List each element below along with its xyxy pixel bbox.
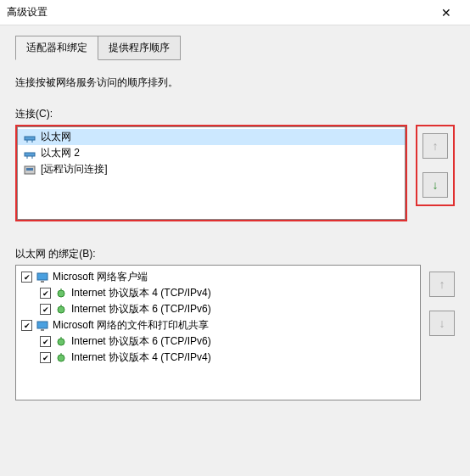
tree-item-label: Microsoft 网络的文件和打印机共享 (53, 318, 209, 333)
network-adapter-icon (23, 147, 36, 160)
tab-label: 适配器和绑定 (26, 42, 87, 53)
tab-provider-order[interactable]: 提供程序顺序 (98, 36, 181, 60)
bindings-label: 以太网 的绑定(B): (15, 247, 455, 261)
tab-adapters-bindings[interactable]: 适配器和绑定 (15, 36, 98, 60)
connections-list[interactable]: 以太网 以太网 2 [远程访问连接] (17, 126, 406, 220)
protocol-icon (54, 335, 68, 349)
tab-label: 提供程序顺序 (109, 42, 170, 53)
connection-item-remote[interactable]: [远程访问连接] (18, 161, 405, 177)
arrow-down-icon: ↓ (439, 316, 445, 330)
monitor-icon (36, 319, 49, 333)
move-down-button[interactable]: ↓ (429, 311, 455, 336)
tree-item-label: Internet 协议版本 6 (TCP/IPv6) (71, 334, 211, 349)
close-icon: ✕ (441, 6, 451, 20)
checkbox[interactable] (40, 288, 51, 299)
connection-item-label: 以太网 2 (41, 146, 80, 160)
move-up-button[interactable]: ↑ (429, 272, 455, 297)
move-down-button[interactable]: ↓ (422, 172, 448, 198)
svg-rect-15 (41, 329, 44, 331)
tree-item-label: Internet 协议版本 6 (TCP/IPv6) (71, 302, 211, 316)
protocol-icon (54, 351, 68, 365)
checkbox[interactable] (40, 336, 51, 347)
svg-rect-9 (41, 281, 44, 283)
svg-point-16 (58, 339, 64, 345)
svg-point-10 (58, 290, 64, 297)
tab-bar: 适配器和绑定 提供程序顺序 (15, 36, 455, 60)
svg-point-12 (58, 306, 64, 313)
tree-child-ipv6-2[interactable]: Internet 协议版本 6 (TCP/IPv6) (18, 333, 418, 350)
connections-arrow-group: ↑ ↓ (416, 125, 455, 206)
arrow-down-icon: ↓ (433, 178, 439, 192)
tree-parent-msclient[interactable]: Microsoft 网络客户端 (18, 269, 418, 285)
description-text: 连接按被网络服务访问的顺序排列。 (15, 76, 455, 90)
arrow-up-icon: ↑ (433, 139, 439, 153)
window-title: 高级设置 (7, 5, 429, 20)
tree-item-label: Microsoft 网络客户端 (53, 270, 148, 284)
checkbox[interactable] (40, 352, 51, 363)
tree-item-label: Internet 协议版本 4 (TCP/IPv4) (71, 286, 211, 300)
connections-label: 连接(C): (15, 107, 455, 121)
svg-rect-3 (25, 153, 35, 156)
bindings-arrow-group: ↑ ↓ (429, 265, 455, 336)
bindings-tree[interactable]: Microsoft 网络客户端 Internet 协议版本 4 (TCP/IPv… (15, 265, 421, 400)
move-up-button[interactable]: ↑ (422, 133, 448, 159)
checkbox[interactable] (21, 272, 32, 283)
connection-item-ethernet[interactable]: 以太网 (18, 129, 405, 145)
protocol-icon (54, 287, 68, 300)
tree-child-ipv4-2[interactable]: Internet 协议版本 4 (TCP/IPv4) (18, 350, 418, 366)
tree-parent-fileprint[interactable]: Microsoft 网络的文件和打印机共享 (18, 317, 418, 333)
bindings-area: Microsoft 网络客户端 Internet 协议版本 4 (TCP/IPv… (15, 265, 455, 400)
checkbox[interactable] (21, 320, 32, 331)
network-adapter-icon (23, 131, 36, 144)
content-area: 适配器和绑定 提供程序顺序 连接按被网络服务访问的顺序排列。 连接(C): 以太… (0, 25, 470, 411)
tree-item-label: Internet 协议版本 4 (TCP/IPv4) (71, 350, 211, 365)
connections-area: 以太网 以太网 2 [远程访问连接] ↑ (15, 125, 455, 221)
connection-item-label: [远程访问连接] (41, 162, 108, 176)
svg-rect-14 (37, 322, 48, 328)
titlebar: 高级设置 ✕ (0, 0, 470, 25)
svg-rect-0 (25, 137, 35, 140)
tree-child-ipv4[interactable]: Internet 协议版本 4 (TCP/IPv4) (18, 285, 418, 301)
connection-item-ethernet2[interactable]: 以太网 2 (18, 145, 405, 161)
checkbox[interactable] (40, 304, 51, 315)
arrow-up-icon: ↑ (439, 277, 445, 291)
svg-rect-8 (37, 273, 48, 280)
svg-point-18 (58, 355, 64, 361)
connection-item-label: 以太网 (41, 130, 71, 144)
dialup-icon (23, 163, 36, 176)
tree-child-ipv6[interactable]: Internet 协议版本 6 (TCP/IPv6) (18, 301, 418, 317)
connections-highlight: 以太网 以太网 2 [远程访问连接] (15, 125, 407, 221)
svg-rect-7 (26, 168, 33, 171)
close-button[interactable]: ✕ (429, 0, 463, 25)
protocol-icon (54, 303, 68, 316)
monitor-icon (36, 271, 49, 284)
